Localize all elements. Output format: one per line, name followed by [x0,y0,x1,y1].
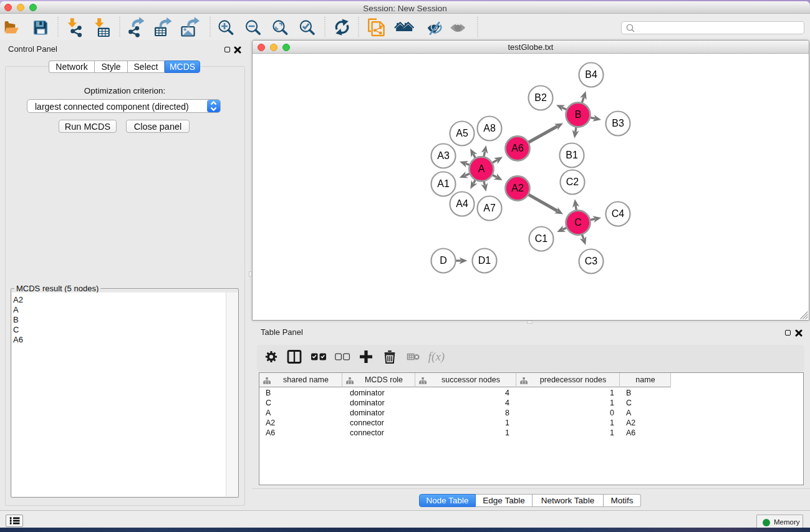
svg-text:A1: A1 [437,178,450,189]
svg-text:C1: C1 [535,233,548,244]
svg-text:C4: C4 [612,208,625,219]
svg-text:C2: C2 [566,177,579,187]
svg-text:A: A [478,163,485,174]
svg-text:A2: A2 [511,183,524,193]
svg-text:B4: B4 [585,69,597,80]
svg-text:A5: A5 [456,128,468,138]
svg-text:B3: B3 [612,118,624,128]
svg-text:A6: A6 [511,143,524,153]
svg-text:A7: A7 [483,203,496,213]
svg-text:A8: A8 [483,123,496,133]
svg-text:C: C [574,217,582,228]
svg-text:B1: B1 [566,150,578,160]
svg-text:A4: A4 [456,198,468,209]
svg-text:B: B [575,109,582,120]
svg-text:D1: D1 [478,255,491,266]
svg-text:D: D [440,255,447,266]
svg-text:B2: B2 [534,92,547,103]
svg-text:A3: A3 [437,150,450,161]
svg-text:C3: C3 [585,256,598,266]
svg-text:f(x): f(x) [428,350,445,364]
